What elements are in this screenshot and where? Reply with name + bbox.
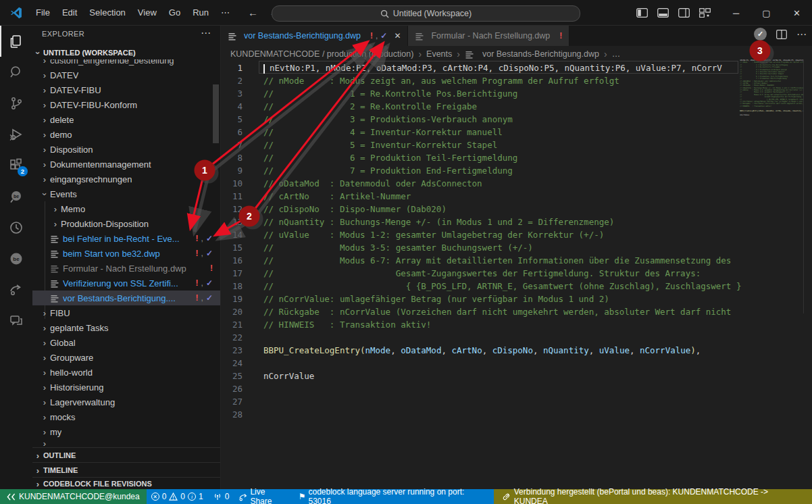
tree-item[interactable]: ›Lagerverwaltung	[32, 395, 221, 409]
code-line[interactable]: 23BBPU_CreateLogEntry(nMode, oDataMod, c…	[221, 344, 812, 357]
tree-item[interactable]: ›Global	[32, 335, 221, 350]
tree-item[interactable]: ›my	[32, 424, 221, 439]
sidebar-section-codeblock-file-revisions[interactable]: ›CODEBLOCK FILE REVISIONS	[32, 477, 221, 489]
code-line[interactable]: 12// cDispoNo : Dispo-Nummer (Dab020)	[221, 203, 812, 216]
tree-item[interactable]: ›Dokumentenmanagement	[32, 157, 221, 172]
editor-tab[interactable]: Formular - Nach Erstellung.dwp!	[408, 26, 569, 46]
code-line[interactable]: 9// 7 = Produktion End-Fertigmeldung	[221, 164, 812, 177]
code-line[interactable]: 14// uValue : Modus 1-2: gesamter Umlage…	[221, 228, 812, 241]
tree-item[interactable]: ›hello-world	[32, 365, 221, 380]
menu-item-[interactable]: ⋯	[215, 7, 236, 18]
editor-more-button[interactable]: ⋯	[796, 28, 807, 41]
menu-item-edit[interactable]: Edit	[56, 7, 83, 18]
tree-item[interactable]: ›delete	[32, 112, 221, 127]
code-line[interactable]: 15// Modus 3-5: gesamter Buchungswert (+…	[221, 241, 812, 254]
maximize-button[interactable]: ▢	[751, 0, 782, 26]
menu-item-go[interactable]: Go	[163, 7, 186, 18]
customize-layout-button[interactable]	[699, 8, 711, 18]
breadcrumb-item[interactable]: …	[612, 49, 621, 59]
menu-item-selection[interactable]: Selection	[83, 7, 131, 18]
code-line[interactable]: 2// nMode : Modus zeigt an, aus welchem …	[221, 74, 812, 87]
code-line[interactable]: 4// 2 = Re.Kontrolle Freigabe	[221, 100, 812, 113]
code-line[interactable]: 16// Modus 6-7: Array mit detaillierten …	[221, 254, 812, 267]
tree-item[interactable]: ›FIBU	[32, 305, 221, 320]
tree-item[interactable]: ›	[32, 439, 221, 447]
activity-comments[interactable]	[0, 305, 32, 336]
command-center[interactable]: Untitled (Workspace)	[272, 5, 580, 22]
toggle-secondary-sidebar-button[interactable]	[678, 8, 690, 18]
editor-check-button[interactable]: ✓	[754, 28, 767, 41]
tree-item[interactable]: beim Start von be32.dwp!,✓	[32, 246, 221, 261]
code-line[interactable]: 26	[221, 382, 812, 395]
code-line[interactable]: 17// Gesamt-Zugangswertes der Fertigmeld…	[221, 267, 812, 280]
tree-item[interactable]: Formular - Nach Erstellung.dwp!	[32, 261, 221, 276]
status-lang-server[interactable]: ⚑ codeblock language server running on p…	[294, 489, 494, 504]
menu-item-file[interactable]: File	[30, 7, 56, 18]
status-live-share[interactable]: Live Share	[234, 489, 293, 504]
code-line[interactable]: 3// 1 = Re.Kontrolle Pos.Berichtigung	[221, 87, 812, 100]
code-line[interactable]: 28	[221, 408, 812, 421]
code-line[interactable]: 21// HINWEIS : Transaktion aktiv!	[221, 318, 812, 331]
tree-item[interactable]: ›DATEV	[32, 68, 221, 82]
sidebar-section-timeline[interactable]: ›TIMELINE	[32, 462, 221, 478]
tree-item[interactable]: bei Fehler in be-Recht - Eve...!,✓	[32, 231, 221, 246]
status-connection[interactable]: Verbindung hergestellt (bePortal und bea…	[494, 489, 812, 504]
menu-item-run[interactable]: Run	[186, 7, 215, 18]
tree-item[interactable]: ›DATEV-FIBU	[32, 82, 221, 97]
tree-item[interactable]: ›DATEV-FIBU-Konform	[32, 97, 221, 112]
workspace-header[interactable]: › UNTITLED (WORKSPACE)	[32, 46, 221, 59]
code-line[interactable]: 20// Rückgabe : nCorrValue (Vorzeichen d…	[221, 305, 812, 318]
code-line[interactable]: 5// 3 = Produktions-Verbrauch anonym	[221, 113, 812, 126]
activity-run-debug[interactable]	[0, 119, 32, 150]
history-back-button[interactable]: ←	[248, 7, 258, 18]
sidebar-section-outline[interactable]: ›OUTLINE	[32, 447, 221, 463]
activity-source-control[interactable]	[0, 88, 32, 119]
tree-item[interactable]: ›mocks	[32, 409, 221, 424]
minimap[interactable]: nEvtNo:P1, nMode:P2, oDataMod:P3, cArtNo…	[740, 59, 803, 316]
tree-item[interactable]: ›Events	[32, 186, 221, 201]
activity-explorer[interactable]	[0, 26, 32, 57]
tab-close-button[interactable]: ✕	[394, 31, 401, 41]
activity-extensions[interactable]: 2	[0, 150, 32, 181]
code-line[interactable]: 24	[221, 357, 812, 370]
status-ports[interactable]: 0	[208, 489, 234, 504]
activity-be-search[interactable]: be	[0, 181, 32, 212]
code-line[interactable]: 6// 4 = Inventur-Korrektur manuell	[221, 126, 812, 138]
code-line[interactable]: 13// nQuantity : Buchungs-Menge +/- (in …	[221, 216, 812, 228]
tree-item[interactable]: ›demo	[32, 127, 221, 142]
tree-item[interactable]: ›Memo	[32, 201, 221, 216]
toggle-panel-button[interactable]	[657, 8, 669, 18]
breadcrumb-item[interactable]: Events	[426, 49, 452, 59]
minimize-button[interactable]: ─	[721, 0, 751, 26]
code-line[interactable]: 7// 5 = Inventur-Korrektur Stapel	[221, 138, 812, 151]
code-line[interactable]: 11// cArtNo : Artikel-Nummer	[221, 190, 812, 203]
tree-item[interactable]: ›Historisierung	[32, 380, 221, 395]
close-button[interactable]: ✕	[782, 0, 812, 26]
code-editor[interactable]: 1nEvtNo:P1, nMode:P2, oDataMod:P3, cArtN…	[221, 61, 812, 489]
status-problems[interactable]: ✕0 0 i1	[147, 489, 208, 504]
breadcrumb-item[interactable]: KUNDENMATCHCODE / production (production…	[230, 49, 413, 59]
code-line[interactable]: 8// 6 = Produktion Teil-Fertigmeldung	[221, 151, 812, 164]
activity-be[interactable]: be	[0, 243, 32, 274]
code-line[interactable]: 18// { {B_POS_LFD, ARTNR_E, Gesamtwert (…	[221, 280, 812, 293]
tree-item[interactable]: ›Disposition	[32, 142, 221, 157]
tree-item[interactable]: vor Bestands-Berichtigung....!,✓	[32, 291, 221, 305]
editor-scrollbar[interactable]	[803, 59, 804, 313]
tree-item[interactable]: ›eingangsrechnungen	[32, 172, 221, 186]
code-line[interactable]: 27	[221, 395, 812, 408]
code-line[interactable]: 1nEvtNo:P1, nMode:P2, oDataMod:P3, cArtN…	[221, 61, 812, 74]
menu-item-view[interactable]: View	[132, 7, 163, 18]
activity-history[interactable]	[0, 212, 32, 243]
breadcrumb-item[interactable]: vor Bestands-Berichtigung.dwp	[482, 49, 599, 59]
tree-item[interactable]: ›Produktion-Disposition	[32, 216, 221, 231]
status-remote[interactable]: KUNDENMATCHCODE@kundea	[0, 489, 147, 504]
editor-tab[interactable]: vor Bestands-Berichtigung.dwp!,✓✕	[221, 26, 408, 46]
activity-search[interactable]	[0, 57, 32, 88]
code-line[interactable]: 25nCorrValue	[221, 370, 812, 382]
tree-item[interactable]: ›Groupware	[32, 350, 221, 365]
code-line[interactable]: 10// oDataMod : Datenmodul oder AdsConne…	[221, 177, 812, 190]
tree-item[interactable]: Verifizierung von SSL Zertifi...!,✓	[32, 276, 221, 291]
tree-item[interactable]: ›geplante Tasks	[32, 320, 221, 335]
toggle-sidebar-button[interactable]	[636, 8, 648, 18]
split-editor-button[interactable]	[776, 30, 787, 39]
